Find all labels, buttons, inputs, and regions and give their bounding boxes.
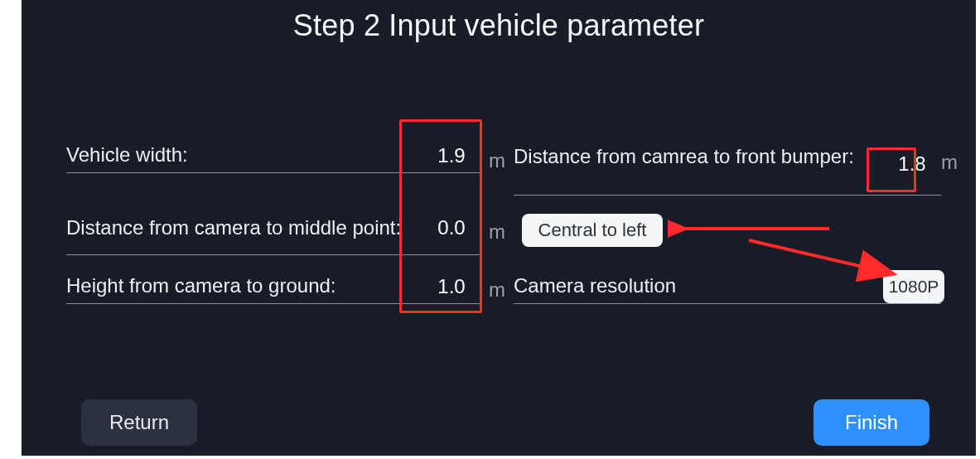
camera-middle-input[interactable]: 0.0 xyxy=(422,216,480,239)
unit-label: m xyxy=(489,278,505,302)
arrow-icon xyxy=(668,215,833,240)
page-title: Step 2 Input vehicle parameter xyxy=(22,8,976,43)
unit-label: m xyxy=(489,220,505,244)
field-camera-height: Height from camera to ground: 1.0 xyxy=(66,273,480,304)
camera-bumper-label: Distance from camrea to front bumper: xyxy=(514,143,883,169)
vehicle-width-input[interactable]: 1.9 xyxy=(422,144,480,167)
return-button[interactable]: Return xyxy=(81,399,197,446)
field-camera-resolution: Camera resolution xyxy=(514,273,941,304)
unit-label: m xyxy=(489,149,505,172)
unit-label: m xyxy=(941,151,958,174)
camera-bumper-input[interactable]: 1.8 xyxy=(883,152,941,176)
finish-button[interactable]: Finish xyxy=(813,399,929,446)
field-camera-bumper: Distance from camrea to front bumper: 1.… xyxy=(514,143,941,196)
field-vehicle-width: Vehicle width: 1.9 xyxy=(66,143,480,173)
camera-height-label: Height from camera to ground: xyxy=(66,273,422,298)
resolution-selector-button[interactable]: 1080P xyxy=(883,270,944,303)
camera-height-input[interactable]: 1.0 xyxy=(422,275,480,298)
svg-line-1 xyxy=(749,240,891,273)
vehicle-width-label: Vehicle width: xyxy=(66,143,422,167)
field-camera-middle: Distance from camera to middle point: 0.… xyxy=(66,205,480,255)
camera-resolution-label: Camera resolution xyxy=(514,273,867,298)
side-selector-button[interactable]: Central to left xyxy=(522,214,663,247)
camera-middle-label: Distance from camera to middle point: xyxy=(66,215,422,240)
